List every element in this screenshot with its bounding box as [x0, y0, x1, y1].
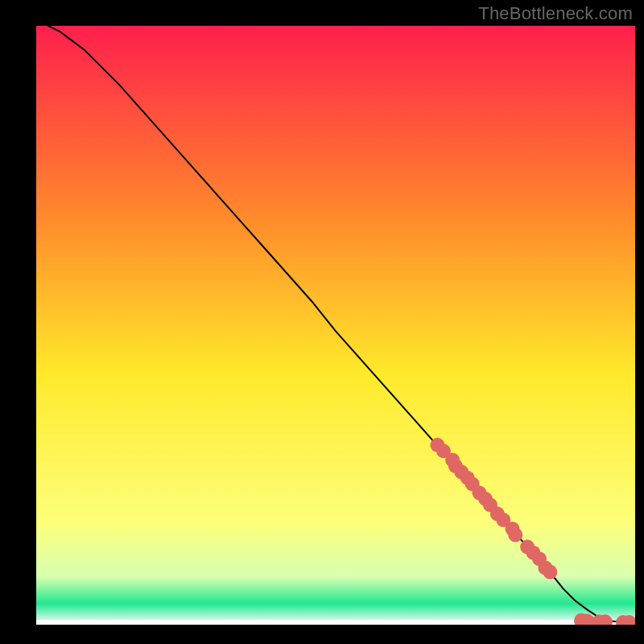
watermark-text: TheBottleneck.com [478, 3, 633, 24]
chart-svg [36, 26, 635, 625]
chart-frame: TheBottleneck.com [0, 0, 644, 644]
gradient-background [36, 26, 635, 625]
plot-area [36, 26, 635, 625]
data-marker [508, 527, 522, 542]
data-marker [543, 565, 557, 580]
base-strip [36, 620, 635, 625]
